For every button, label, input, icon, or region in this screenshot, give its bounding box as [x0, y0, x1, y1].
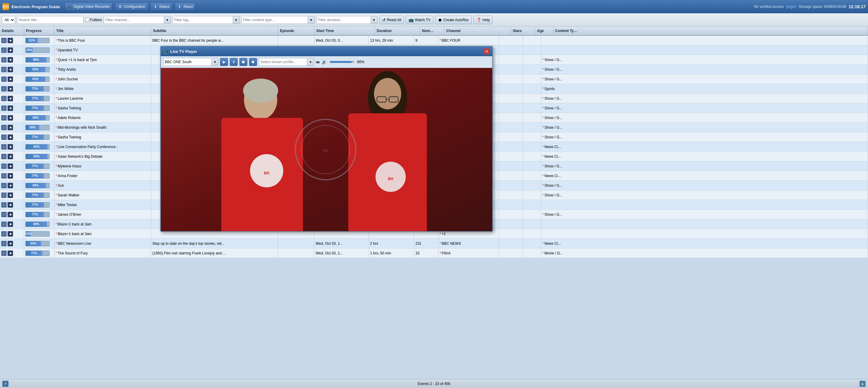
record-icon[interactable]: ⏺ [7, 105, 13, 111]
info-icon[interactable]: i [1, 67, 7, 72]
info-icon[interactable]: i [1, 38, 7, 43]
info-icon[interactable]: i [1, 125, 7, 130]
record-icon[interactable]: ⏺ [7, 125, 13, 130]
info-icon[interactable]: i [1, 134, 7, 140]
td-title[interactable]: *Sasha Twining [55, 103, 151, 113]
record-icon[interactable]: ⏺ [7, 212, 13, 217]
filter-tag-dropdown[interactable]: ▾ [233, 16, 240, 24]
td-title[interactable]: *Live Conservative Party Conference : [55, 142, 151, 151]
td-title[interactable]: *The Sound of Fury [55, 248, 151, 258]
config-button[interactable]: ⚙ Configuration [115, 2, 148, 11]
info-icon[interactable]: i [1, 251, 7, 256]
record-icon[interactable]: ⏺ [7, 251, 13, 256]
table-row[interactable]: i ⏺ 65% *BBC Newsroom LiveStay up to dat… [0, 239, 868, 248]
info-icon[interactable]: i [1, 183, 7, 188]
dvr-button[interactable]: 📹 Digital Video Recorder [65, 2, 113, 11]
info-icon[interactable]: i [1, 144, 7, 150]
th-title[interactable]: Title [55, 27, 151, 35]
help-button[interactable]: ❓ Help [473, 16, 493, 24]
filter-duration-input[interactable] [316, 16, 371, 24]
th-subtitle[interactable]: Subtitle [151, 27, 278, 35]
td-title[interactable]: *Jim White [55, 84, 151, 93]
record-icon[interactable]: ⏺ [7, 173, 13, 179]
info-icon[interactable]: i [1, 163, 7, 169]
record-icon[interactable]: ⏺ [7, 115, 13, 121]
statusbar-expand-icon[interactable]: ▲ [860, 381, 866, 387]
info-icon[interactable]: i [1, 193, 7, 198]
status-button[interactable]: ℹ Status [151, 2, 172, 11]
td-title[interactable]: *Quest +1 is back at 7pm [55, 55, 151, 64]
td-title[interactable]: *James O'Brien [55, 210, 151, 219]
info-icon[interactable]: i [1, 154, 7, 159]
info-icon[interactable]: i [1, 76, 7, 82]
volume-mute-icon[interactable]: 🔊 [322, 60, 327, 64]
info-icon[interactable]: i [1, 47, 7, 53]
filter-content-dropdown[interactable]: ▾ [308, 16, 315, 24]
volume-slider[interactable] [330, 61, 354, 63]
td-title[interactable]: *This is BBC Four [55, 36, 151, 45]
td-title[interactable]: *Anna Foster [55, 171, 151, 181]
fulltext-checkbox[interactable] [85, 18, 89, 22]
stream-profile-input[interactable] [259, 58, 307, 66]
info-icon[interactable]: i [1, 202, 7, 207]
th-duration[interactable]: Duration [375, 27, 420, 35]
record-icon[interactable]: ⏺ [7, 231, 13, 237]
record-icon[interactable]: ⏺ [7, 57, 13, 63]
th-progress[interactable]: Progress [24, 27, 55, 35]
th-details[interactable]: Details [0, 27, 24, 35]
th-age[interactable]: Age [535, 27, 553, 35]
filter-channel-dropdown[interactable]: ▾ [164, 16, 171, 24]
info-icon[interactable]: i [1, 212, 7, 217]
login-link[interactable]: (login) [786, 4, 796, 9]
td-title[interactable]: *Adele Roberts [55, 113, 151, 122]
filter-channel-input[interactable] [104, 16, 164, 24]
record-icon[interactable]: ⏺ [7, 67, 13, 72]
td-title[interactable]: *Sarah Walker [55, 190, 151, 200]
td-title[interactable]: *Lauren Laverne [55, 94, 151, 103]
stop-button[interactable]: ⏹ [240, 58, 247, 66]
info-icon[interactable]: i [1, 231, 7, 237]
watch-tv-button[interactable]: 📺 Watch TV [406, 16, 433, 24]
td-title[interactable]: *BBC Newsroom Live [55, 239, 151, 248]
volume-skip-icon[interactable]: ⏮ [316, 60, 320, 64]
record-icon[interactable]: ⏺ [7, 96, 13, 101]
table-row[interactable]: i ⏺ 51% *This is BBC FourBBC Four is the… [0, 36, 868, 45]
td-title[interactable]: *Sasha Twining [55, 132, 151, 142]
record-icon[interactable]: ⏺ [7, 38, 13, 43]
record-icon[interactable]: ⏺ [7, 47, 13, 53]
th-channel[interactable]: Channel [444, 27, 511, 35]
info-icon[interactable]: i [1, 105, 7, 111]
record-icon[interactable]: ⏺ [7, 144, 13, 150]
record-icon[interactable]: ⏺ [7, 86, 13, 92]
td-title[interactable]: *Blaze+1 back at 3am [55, 219, 151, 229]
th-num[interactable]: Num… [420, 27, 444, 35]
td-title[interactable]: *Mid-Mornings with Nick Snaith [55, 123, 151, 132]
record-icon[interactable]: ⏺ [7, 202, 13, 207]
record-icon[interactable]: ⏺ [7, 193, 13, 198]
channel-select-input[interactable] [163, 58, 212, 66]
th-episode[interactable]: Episode [278, 27, 314, 35]
td-title[interactable]: *Xpanded TV [55, 45, 151, 55]
pause-button[interactable]: ⏸ [230, 58, 238, 66]
td-title[interactable]: *Toby Anstis [55, 65, 151, 74]
record-icon[interactable]: ⏺ [7, 183, 13, 188]
create-autorec-button[interactable]: ⏺ Create AutoRec [435, 16, 472, 24]
info-icon[interactable]: i [1, 115, 7, 121]
filter-tag-input[interactable] [173, 16, 233, 24]
td-title[interactable]: *Mike Toolan [55, 200, 151, 209]
info-icon[interactable]: i [1, 57, 7, 63]
th-stars[interactable]: Stars [511, 27, 535, 35]
about-button[interactable]: ℹ About [175, 2, 196, 11]
record-button[interactable]: ⏺ [249, 58, 257, 66]
th-contenttype[interactable]: Content Ty… [553, 27, 868, 35]
td-title[interactable]: *Myleene Klass [55, 161, 151, 171]
record-icon[interactable]: ⏺ [7, 154, 13, 159]
reset-all-button[interactable]: ↺ Reset All [379, 16, 404, 24]
filter-duration-dropdown[interactable]: ▾ [371, 16, 378, 24]
record-icon[interactable]: ⏺ [7, 241, 13, 246]
info-icon[interactable]: i [1, 222, 7, 227]
status-refresh-icon[interactable]: ↺ [2, 381, 8, 387]
info-icon[interactable]: i [1, 96, 7, 101]
record-icon[interactable]: ⏺ [7, 163, 13, 169]
td-title[interactable]: *Ace [55, 181, 151, 190]
